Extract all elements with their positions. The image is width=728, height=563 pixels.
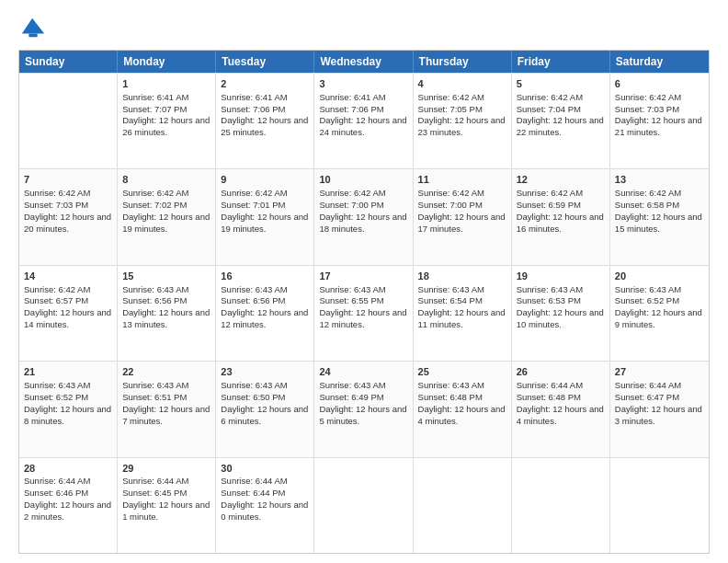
calendar-day-17: 17Sunrise: 6:43 AM Sunset: 6:55 PM Dayli… xyxy=(314,266,413,361)
calendar-day-2: 2Sunrise: 6:41 AM Sunset: 7:06 PM Daylig… xyxy=(216,74,314,168)
header-day-tuesday: Tuesday xyxy=(216,51,314,73)
day-number: 1 xyxy=(122,77,210,91)
day-info: Sunrise: 6:41 AM Sunset: 7:06 PM Dayligh… xyxy=(319,92,406,137)
svg-rect-1 xyxy=(28,34,37,38)
calendar-day-3: 3Sunrise: 6:41 AM Sunset: 7:06 PM Daylig… xyxy=(314,74,413,168)
day-info: Sunrise: 6:44 AM Sunset: 6:47 PM Dayligh… xyxy=(615,380,702,425)
day-info: Sunrise: 6:44 AM Sunset: 6:46 PM Dayligh… xyxy=(24,476,111,521)
day-number: 8 xyxy=(122,173,210,187)
day-number: 14 xyxy=(24,270,112,283)
day-info: Sunrise: 6:43 AM Sunset: 6:52 PM Dayligh… xyxy=(24,380,111,425)
page: SundayMondayTuesdayWednesdayThursdayFrid… xyxy=(0,0,728,563)
calendar-day-empty xyxy=(19,74,118,168)
header-day-wednesday: Wednesday xyxy=(314,51,413,73)
calendar-day-25: 25Sunrise: 6:43 AM Sunset: 6:48 PM Dayli… xyxy=(414,362,512,456)
day-number: 10 xyxy=(319,173,407,187)
day-info: Sunrise: 6:43 AM Sunset: 6:52 PM Dayligh… xyxy=(615,284,702,329)
day-number: 18 xyxy=(418,270,506,283)
calendar-day-10: 10Sunrise: 6:42 AM Sunset: 7:00 PM Dayli… xyxy=(314,169,413,264)
calendar-day-empty xyxy=(314,458,413,553)
calendar-day-18: 18Sunrise: 6:43 AM Sunset: 6:54 PM Dayli… xyxy=(414,266,512,361)
calendar-day-4: 4Sunrise: 6:42 AM Sunset: 7:05 PM Daylig… xyxy=(414,74,512,168)
calendar-day-5: 5Sunrise: 6:42 AM Sunset: 7:04 PM Daylig… xyxy=(512,74,610,168)
day-number: 16 xyxy=(221,270,309,283)
day-info: Sunrise: 6:42 AM Sunset: 7:03 PM Dayligh… xyxy=(615,92,702,137)
calendar: SundayMondayTuesdayWednesdayThursdayFrid… xyxy=(18,50,710,554)
calendar-day-26: 26Sunrise: 6:44 AM Sunset: 6:48 PM Dayli… xyxy=(512,362,610,456)
day-info: Sunrise: 6:43 AM Sunset: 6:50 PM Dayligh… xyxy=(221,380,308,425)
day-info: Sunrise: 6:42 AM Sunset: 7:00 PM Dayligh… xyxy=(319,188,406,233)
calendar-day-9: 9Sunrise: 6:42 AM Sunset: 7:01 PM Daylig… xyxy=(216,169,314,264)
calendar-day-29: 29Sunrise: 6:44 AM Sunset: 6:45 PM Dayli… xyxy=(118,458,216,553)
day-info: Sunrise: 6:43 AM Sunset: 6:49 PM Dayligh… xyxy=(319,380,406,425)
calendar-day-28: 28Sunrise: 6:44 AM Sunset: 6:46 PM Dayli… xyxy=(19,458,118,553)
day-number: 23 xyxy=(221,365,309,379)
day-number: 15 xyxy=(122,270,210,283)
day-info: Sunrise: 6:42 AM Sunset: 6:59 PM Dayligh… xyxy=(517,188,604,233)
calendar-day-empty xyxy=(414,458,512,553)
logo xyxy=(18,15,46,40)
calendar-day-20: 20Sunrise: 6:43 AM Sunset: 6:52 PM Dayli… xyxy=(610,266,709,361)
day-number: 6 xyxy=(615,77,704,91)
day-info: Sunrise: 6:43 AM Sunset: 6:48 PM Dayligh… xyxy=(418,380,506,425)
day-number: 19 xyxy=(517,270,605,283)
day-info: Sunrise: 6:43 AM Sunset: 6:54 PM Dayligh… xyxy=(418,284,506,329)
day-info: Sunrise: 6:43 AM Sunset: 6:51 PM Dayligh… xyxy=(122,380,210,425)
day-info: Sunrise: 6:43 AM Sunset: 6:53 PM Dayligh… xyxy=(517,284,604,329)
day-info: Sunrise: 6:43 AM Sunset: 6:56 PM Dayligh… xyxy=(122,284,210,329)
calendar-week-3: 14Sunrise: 6:42 AM Sunset: 6:57 PM Dayli… xyxy=(19,265,709,361)
calendar-day-1: 1Sunrise: 6:41 AM Sunset: 7:07 PM Daylig… xyxy=(118,74,216,168)
calendar-day-15: 15Sunrise: 6:43 AM Sunset: 6:56 PM Dayli… xyxy=(118,266,216,361)
day-info: Sunrise: 6:42 AM Sunset: 7:04 PM Dayligh… xyxy=(517,92,604,137)
calendar-week-5: 28Sunrise: 6:44 AM Sunset: 6:46 PM Dayli… xyxy=(19,457,709,553)
header xyxy=(18,15,710,40)
calendar-day-30: 30Sunrise: 6:44 AM Sunset: 6:44 PM Dayli… xyxy=(216,458,314,553)
header-day-thursday: Thursday xyxy=(414,51,512,73)
day-number: 24 xyxy=(319,365,407,379)
day-number: 4 xyxy=(418,77,506,91)
calendar-day-empty xyxy=(512,458,610,553)
day-info: Sunrise: 6:42 AM Sunset: 7:00 PM Dayligh… xyxy=(418,188,506,233)
day-number: 27 xyxy=(615,365,704,379)
day-info: Sunrise: 6:43 AM Sunset: 6:56 PM Dayligh… xyxy=(221,284,308,329)
calendar-day-11: 11Sunrise: 6:42 AM Sunset: 7:00 PM Dayli… xyxy=(414,169,512,264)
calendar-day-13: 13Sunrise: 6:42 AM Sunset: 6:58 PM Dayli… xyxy=(610,169,709,264)
day-number: 9 xyxy=(221,173,309,187)
logo-icon xyxy=(20,15,46,40)
calendar-body: 1Sunrise: 6:41 AM Sunset: 7:07 PM Daylig… xyxy=(19,73,709,553)
day-number: 5 xyxy=(517,77,605,91)
day-number: 21 xyxy=(24,365,112,379)
day-number: 28 xyxy=(24,462,112,476)
calendar-header: SundayMondayTuesdayWednesdayThursdayFrid… xyxy=(19,51,709,73)
day-info: Sunrise: 6:44 AM Sunset: 6:48 PM Dayligh… xyxy=(517,380,604,425)
calendar-day-16: 16Sunrise: 6:43 AM Sunset: 6:56 PM Dayli… xyxy=(216,266,314,361)
day-info: Sunrise: 6:44 AM Sunset: 6:44 PM Dayligh… xyxy=(221,476,308,521)
header-day-friday: Friday xyxy=(512,51,610,73)
calendar-day-23: 23Sunrise: 6:43 AM Sunset: 6:50 PM Dayli… xyxy=(216,362,314,456)
calendar-day-12: 12Sunrise: 6:42 AM Sunset: 6:59 PM Dayli… xyxy=(512,169,610,264)
calendar-day-14: 14Sunrise: 6:42 AM Sunset: 6:57 PM Dayli… xyxy=(19,266,118,361)
day-info: Sunrise: 6:44 AM Sunset: 6:45 PM Dayligh… xyxy=(122,476,210,521)
day-number: 13 xyxy=(615,173,704,187)
svg-marker-0 xyxy=(22,18,44,34)
day-number: 25 xyxy=(418,365,506,379)
day-info: Sunrise: 6:42 AM Sunset: 6:58 PM Dayligh… xyxy=(615,188,702,233)
day-info: Sunrise: 6:42 AM Sunset: 7:01 PM Dayligh… xyxy=(221,188,308,233)
day-number: 20 xyxy=(615,270,704,283)
header-day-sunday: Sunday xyxy=(19,51,118,73)
day-number: 26 xyxy=(517,365,605,379)
day-number: 17 xyxy=(319,270,407,283)
header-day-monday: Monday xyxy=(118,51,216,73)
day-number: 11 xyxy=(418,173,506,187)
day-number: 2 xyxy=(221,77,309,91)
day-number: 3 xyxy=(319,77,407,91)
calendar-day-22: 22Sunrise: 6:43 AM Sunset: 6:51 PM Dayli… xyxy=(118,362,216,456)
day-number: 29 xyxy=(122,462,210,476)
calendar-day-8: 8Sunrise: 6:42 AM Sunset: 7:02 PM Daylig… xyxy=(118,169,216,264)
day-number: 7 xyxy=(24,173,112,187)
day-info: Sunrise: 6:42 AM Sunset: 7:05 PM Dayligh… xyxy=(418,92,506,137)
day-number: 12 xyxy=(517,173,605,187)
day-info: Sunrise: 6:41 AM Sunset: 7:06 PM Dayligh… xyxy=(221,92,308,137)
day-number: 22 xyxy=(122,365,210,379)
day-number: 30 xyxy=(221,462,309,476)
